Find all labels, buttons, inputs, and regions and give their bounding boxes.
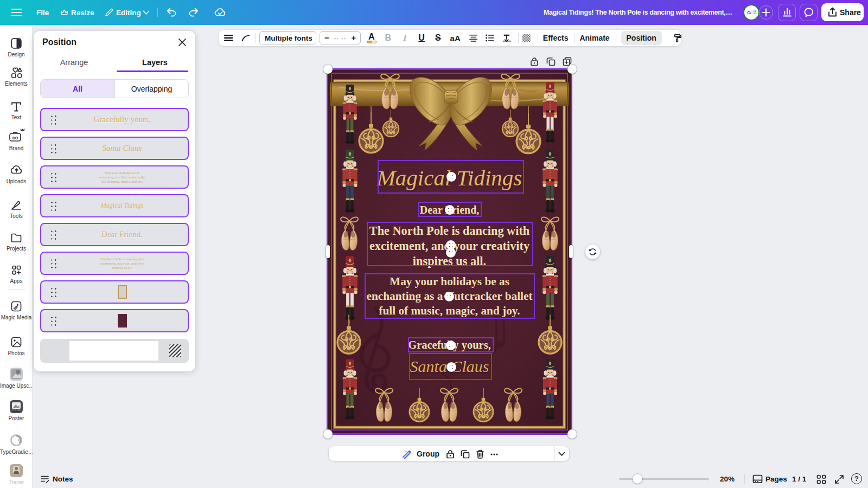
- svg-text:co: co: [12, 135, 18, 140]
- svg-text:G: G: [18, 438, 21, 442]
- svg-text:POSTER: POSTER: [12, 409, 21, 412]
